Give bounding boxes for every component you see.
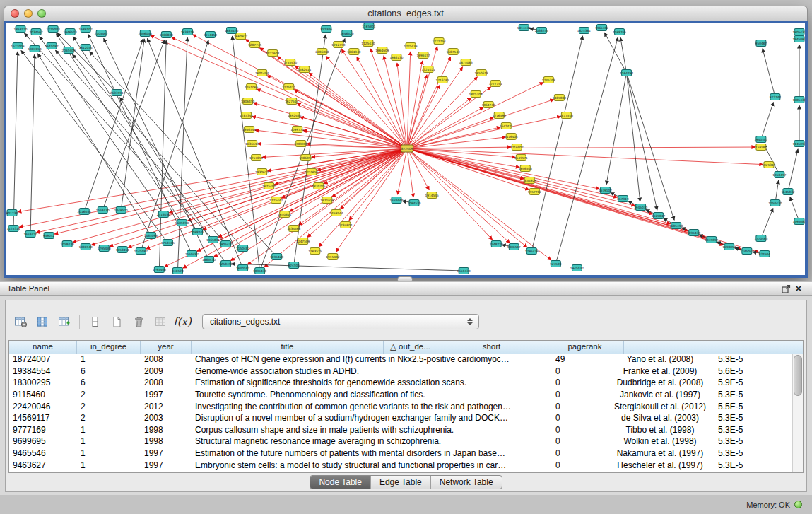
graph-node[interactable]: 1485083 [553, 95, 566, 101]
table-row[interactable]: 1938455462009Genome-wide association stu… [9, 366, 792, 378]
graph-node[interactable]: 1806450 [241, 98, 254, 105]
graph-node[interactable]: 159581 [755, 144, 767, 151]
graph-node[interactable]: 1058430 [61, 241, 74, 247]
graph-node[interactable]: 1459544 [329, 210, 343, 216]
graph-node[interactable]: 1933216 [181, 29, 194, 35]
graph-node[interactable]: 2033254 [535, 28, 548, 34]
graph-node[interactable]: 2114450 [204, 32, 217, 38]
graph-node[interactable]: 1164794 [620, 70, 633, 76]
scrollbar-thumb[interactable] [794, 355, 802, 396]
graph-node[interactable]: 1257851 [249, 155, 263, 161]
graph-node[interactable]: 1064748 [482, 102, 495, 108]
graph-node[interactable]: 1145087 [134, 248, 148, 255]
graph-node[interactable]: 1766839 [160, 32, 173, 38]
column-header-pagerank[interactable]: pagerank [546, 341, 624, 354]
graph-node[interactable]: 1750465 [161, 240, 175, 246]
graph-node[interactable]: 1225439 [404, 43, 417, 49]
graph-node[interactable]: 2016054 [78, 209, 91, 215]
graph-node[interactable]: 1777141 [489, 81, 502, 87]
graph-node[interactable]: 1548720 [490, 241, 503, 247]
rows-icon[interactable] [86, 313, 104, 331]
graph-node[interactable]: 1695420 [270, 254, 283, 260]
graph-node[interactable]: 1806540 [79, 244, 93, 250]
graph-node[interactable]: 1550487 [185, 251, 199, 257]
graph-node[interactable]: 1671659 [320, 197, 334, 204]
graph-node[interactable]: 1664609 [375, 47, 389, 54]
graph-node[interactable]: 1125314 [6, 226, 20, 232]
graph-node[interactable]: 1261065 [245, 84, 258, 90]
close-panel-icon[interactable]: × [792, 283, 805, 294]
graph-node[interactable]: 1877510 [560, 112, 573, 119]
delete-trash-icon[interactable] [129, 313, 148, 331]
graph-node[interactable]: 1416404 [505, 134, 518, 140]
graph-node[interactable]: 1207745 [248, 42, 261, 48]
citation-network-graph[interactable]: 8724091660977120774518226081755430158241… [6, 23, 805, 275]
graph-node[interactable]: 1095430 [253, 268, 266, 274]
graph-node[interactable]: 1845093 [792, 36, 805, 42]
graph-node[interactable]: 1250430 [768, 200, 782, 206]
graph-node[interactable]: 1645087 [45, 43, 59, 49]
import-table-icon[interactable] [151, 313, 170, 331]
graph-node[interactable]: 1549571 [514, 155, 528, 161]
graph-node[interactable]: 2006058 [139, 30, 152, 37]
graph-node[interactable]: 1830775 [312, 183, 325, 189]
zoom-window-button[interactable] [37, 9, 46, 18]
graph-node[interactable]: 1945030 [634, 204, 647, 211]
graph-node[interactable]: 1725442 [269, 197, 283, 204]
graph-node[interactable]: 922744 [770, 94, 782, 100]
graph-node[interactable]: 901234 [6, 210, 18, 216]
graph-node[interactable]: 1822608 [266, 50, 279, 57]
graph-node[interactable]: 1245308 [542, 77, 555, 83]
graph-node[interactable]: 1058497 [772, 172, 786, 178]
column-header-in_degree[interactable]: in_degree [77, 341, 141, 354]
graph-node[interactable]: 1245043 [740, 248, 753, 255]
graph-node[interactable]: 924501 [288, 262, 300, 269]
graph-node[interactable]: 1679102 [599, 187, 612, 194]
graph-node[interactable]: 1716265 [436, 77, 449, 83]
graph-node[interactable]: 1725083 [47, 26, 60, 33]
graph-node[interactable]: 959052 [43, 233, 55, 239]
graph-node[interactable]: 1940587 [754, 136, 767, 143]
graph-node[interactable]: 1957782 [528, 189, 541, 195]
graph-node[interactable]: 924509 [550, 261, 562, 267]
graph-node[interactable]: 1045092 [705, 237, 718, 243]
graph-node[interactable]: 1295430 [98, 245, 111, 252]
graph-node[interactable]: 1945032 [570, 265, 584, 271]
column-header-name[interactable]: name [9, 341, 77, 354]
graph-node[interactable]: 1658420 [23, 231, 37, 238]
graph-node[interactable]: 1210656 [305, 169, 318, 175]
graph-node[interactable]: 1198743 [191, 229, 204, 235]
graph-node[interactable]: 1965031 [206, 237, 220, 243]
graph-node[interactable]: 1812054 [79, 45, 93, 51]
graph-node[interactable]: 1698054 [722, 244, 736, 250]
graph-node[interactable]: 2206068 [315, 49, 329, 55]
table-row[interactable]: 1456911722003Disruption of a novel membe… [9, 412, 792, 424]
graph-node[interactable]: 1834466 [287, 226, 300, 232]
table-row[interactable]: 1830029562008Estimation of significance … [9, 377, 792, 389]
table-row[interactable]: 911546021997Tourette syndrome. Phenomeno… [9, 389, 792, 401]
graph-node[interactable]: 1658451 [116, 247, 129, 253]
table-edit-icon[interactable] [55, 313, 73, 331]
graph-node[interactable]: 1650618 [475, 70, 488, 76]
graph-node[interactable]: 851306 [321, 26, 333, 33]
graph-node[interactable]: 1987654 [28, 46, 41, 52]
graph-node[interactable]: 1830617 [255, 169, 269, 175]
column-header-short[interactable]: short [437, 341, 546, 354]
graph-node[interactable]: 2034567 [29, 29, 42, 35]
graph-node[interactable]: 1642421 [500, 123, 513, 129]
graph-node[interactable]: 1125430 [361, 40, 375, 47]
graph-node[interactable]: 1285347 [240, 112, 253, 119]
graph-node[interactable]: 2633191 [110, 90, 124, 96]
graph-node[interactable]: 1646520 [340, 30, 353, 37]
graph-node[interactable]: 1849520 [114, 207, 128, 214]
graph-node[interactable]: 1709909 [294, 141, 307, 147]
graph-node[interactable]: 1854929 [523, 177, 536, 184]
graph-node[interactable]: 1795460 [153, 267, 166, 273]
graph-node[interactable]: 950487 [755, 40, 767, 47]
graph-node[interactable]: 1465098 [144, 233, 158, 239]
graph-node[interactable]: 1640587 [236, 265, 249, 271]
graph-node[interactable]: 1250498 [219, 261, 233, 267]
column-header-out_de[interactable]: △ out_de... [384, 341, 437, 354]
graph-node[interactable]: 1865430 [202, 257, 216, 263]
tab-node-table[interactable]: Node Table [310, 476, 370, 489]
